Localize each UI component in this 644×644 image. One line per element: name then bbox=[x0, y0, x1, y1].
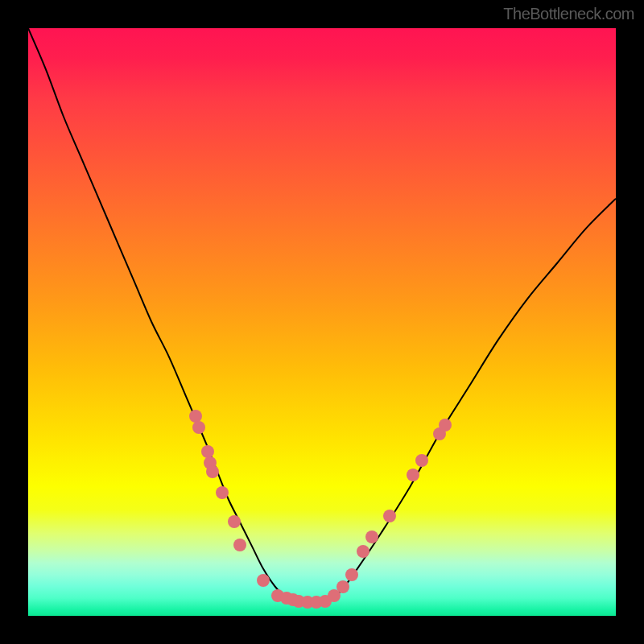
scatter-dot bbox=[439, 419, 452, 431]
scatter-dot bbox=[233, 539, 246, 551]
watermark-text: TheBottleneck.com bbox=[503, 5, 634, 23]
scatter-dot bbox=[189, 410, 202, 423]
scatter-dot bbox=[192, 421, 205, 434]
scatter-dot bbox=[415, 454, 428, 467]
scatter-dot bbox=[201, 445, 214, 458]
scatter-dot bbox=[357, 545, 369, 558]
scatter-dot bbox=[407, 469, 419, 481]
scatter-dot bbox=[257, 574, 270, 587]
scatter-dot bbox=[383, 510, 396, 522]
plot-area bbox=[28, 28, 616, 616]
scatter-dots-layer bbox=[28, 28, 616, 616]
scatter-dot bbox=[336, 580, 349, 593]
scatter-dot bbox=[216, 486, 229, 499]
scatter-dot bbox=[365, 530, 378, 543]
scatter-dot bbox=[228, 515, 241, 528]
scatter-dot bbox=[345, 568, 358, 581]
scatter-dot bbox=[206, 465, 219, 478]
